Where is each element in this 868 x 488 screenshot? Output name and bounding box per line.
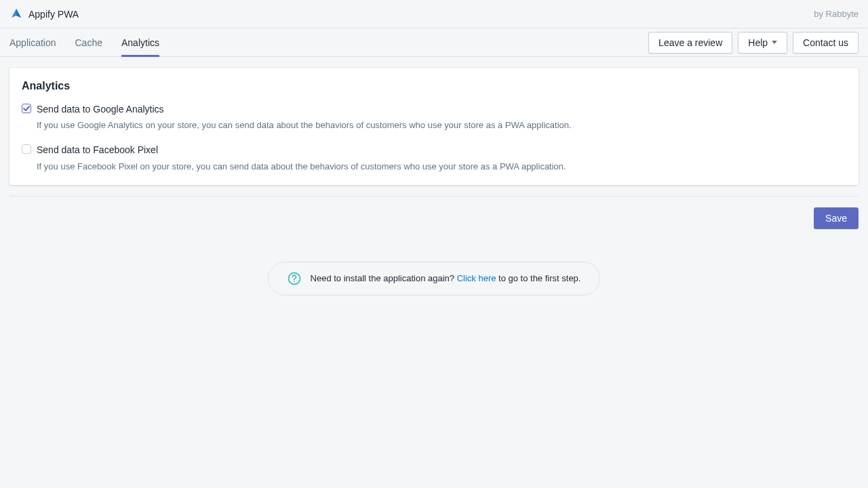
question-circle-icon xyxy=(288,272,301,285)
option-description: If you use Facebook Pixel on your store,… xyxy=(37,161,846,173)
callout-container: Need to install the application again? C… xyxy=(9,262,859,296)
card-title: Analytics xyxy=(22,80,846,92)
callout-text: Need to install the application again? C… xyxy=(311,273,581,283)
leave-review-button[interactable]: Leave a review xyxy=(648,32,732,54)
divider xyxy=(9,196,859,197)
checkbox-facebook-pixel[interactable] xyxy=(22,144,31,154)
checkbox-google-analytics[interactable] xyxy=(22,104,31,113)
callout-prefix: Need to install the application again? xyxy=(311,273,457,283)
install-callout: Need to install the application again? C… xyxy=(268,262,601,296)
help-button-label: Help xyxy=(748,37,768,48)
save-button[interactable]: Save xyxy=(814,207,859,229)
tab-cache[interactable]: Cache xyxy=(75,28,102,56)
option-google-analytics: Send data to Google Analytics If you use… xyxy=(22,103,846,131)
chevron-down-icon xyxy=(772,41,777,44)
content: Analytics Send data to Google Analytics … xyxy=(0,57,868,306)
tabs: Application Cache Analytics xyxy=(9,28,159,56)
byline: by Rabbyte xyxy=(814,9,859,19)
svg-point-1 xyxy=(294,281,295,282)
analytics-card: Analytics Send data to Google Analytics … xyxy=(9,68,859,185)
tab-application[interactable]: Application xyxy=(9,28,56,56)
tab-analytics[interactable]: Analytics xyxy=(121,28,159,56)
callout-link[interactable]: Click here xyxy=(457,273,496,283)
app-title: Appify PWA xyxy=(28,9,79,20)
app-logo-icon xyxy=(9,7,23,21)
header-left: Appify PWA xyxy=(9,7,79,21)
option-label: Send data to Facebook Pixel xyxy=(37,144,158,156)
app-header: Appify PWA by Rabbyte xyxy=(0,0,868,28)
option-label: Send data to Google Analytics xyxy=(37,103,164,115)
navbar: Application Cache Analytics Leave a revi… xyxy=(0,28,868,57)
nav-actions: Leave a review Help Contact us xyxy=(648,32,859,54)
help-button[interactable]: Help xyxy=(738,32,787,54)
contact-us-button[interactable]: Contact us xyxy=(793,32,859,54)
callout-suffix: to go to the first step. xyxy=(496,273,580,283)
save-row: Save xyxy=(9,207,859,229)
option-description: If you use Google Analytics on your stor… xyxy=(37,119,846,131)
option-facebook-pixel: Send data to Facebook Pixel If you use F… xyxy=(22,144,846,172)
